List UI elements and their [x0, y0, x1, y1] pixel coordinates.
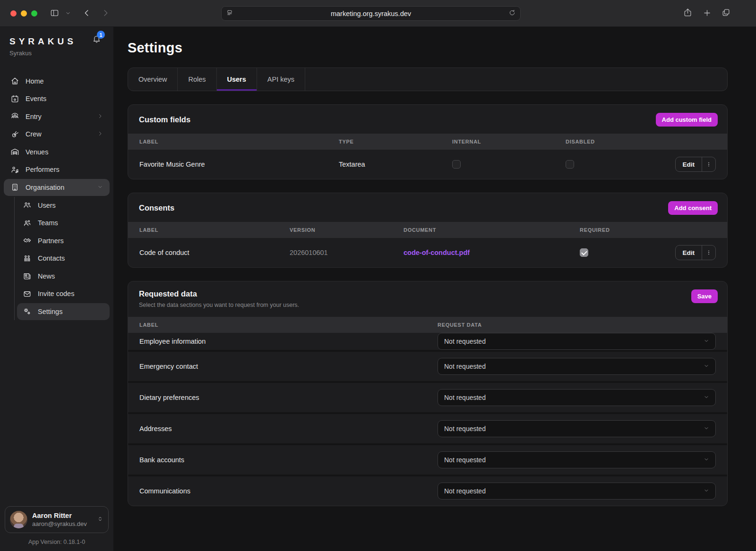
sidebar-item-crew[interactable]: Crew	[4, 126, 110, 143]
table-row: Communications Not requested	[128, 475, 727, 506]
consents-title: Consents	[139, 203, 174, 212]
consent-document-link[interactable]: code-of-conduct.pdf	[404, 249, 470, 256]
close-window-button[interactable]	[10, 10, 17, 17]
newspaper-icon	[23, 271, 32, 280]
table-row: Code of conduct 2026010601 code-of-condu…	[128, 238, 727, 267]
disabled-checkbox[interactable]	[566, 160, 574, 169]
new-tab-icon[interactable]	[703, 8, 712, 17]
page-settings-icon[interactable]	[226, 9, 233, 18]
request-data-select-dietary-preferences[interactable]: Not requested	[438, 389, 716, 406]
minimize-window-button[interactable]	[21, 10, 27, 17]
request-data-select-emergency-contact[interactable]: Not requested	[438, 358, 716, 375]
sidebar-item-organisation[interactable]: Organisation	[4, 179, 110, 196]
building-icon	[10, 183, 19, 192]
custom-field-type: Textarea	[339, 161, 452, 168]
organisation-name: Syrakus	[9, 50, 104, 57]
tab-overview[interactable]: Overview	[128, 68, 178, 91]
notification-count-badge: 1	[97, 31, 105, 39]
app-version: App Version: 0.18.1-0	[0, 536, 113, 551]
edit-button[interactable]: Edit	[676, 246, 702, 260]
table-row: Dietary preferences Not requested	[128, 381, 727, 412]
envelope-icon	[23, 289, 32, 298]
sidebar-item-settings[interactable]: Settings	[17, 303, 110, 320]
sidebar-item-venues[interactable]: Venues	[4, 144, 110, 161]
required-checkbox[interactable]	[580, 248, 588, 257]
add-consent-button[interactable]: Add consent	[668, 201, 718, 215]
sidebar-item-home[interactable]: Home	[4, 73, 110, 90]
consent-label: Code of conduct	[139, 249, 290, 256]
sidebar-item-teams[interactable]: Teams	[17, 214, 110, 231]
table-row: Addresses Not requested	[128, 412, 727, 443]
users-group-icon	[23, 201, 32, 210]
chevron-down-icon	[704, 338, 709, 345]
reload-icon[interactable]	[509, 9, 515, 18]
performer-icon	[10, 165, 19, 174]
section-label: Bank accounts	[139, 456, 438, 464]
address-bar[interactable]: marketing.org.syrakus.dev	[221, 6, 521, 21]
sidebar-item-events[interactable]: Events	[4, 90, 110, 107]
consents-card: Consents Add consent LABEL VERSION DOCUM…	[128, 193, 728, 268]
sidebar-item-contacts[interactable]: Contacts	[17, 250, 110, 267]
entry-people-icon	[10, 112, 19, 121]
chevron-up-down-icon	[97, 516, 103, 524]
request-data-select-communications[interactable]: Not requested	[438, 483, 716, 500]
consents-table-header: LABEL VERSION DOCUMENT REQUIRED	[128, 222, 727, 238]
url-text[interactable]: marketing.org.syrakus.dev	[233, 10, 509, 17]
request-data-select-addresses[interactable]: Not requested	[438, 420, 716, 437]
requested-data-card: Requested data Select the data sections …	[128, 281, 728, 506]
custom-fields-title: Custom fields	[139, 115, 190, 124]
chevron-down-icon[interactable]	[65, 10, 71, 16]
table-row: Favorite Music Genre Textarea Edit	[128, 150, 727, 179]
browser-chrome: marketing.org.syrakus.dev	[0, 0, 756, 27]
user-name: Aaron Ritter	[32, 512, 92, 519]
main-content: Settings Overview Roles Users API keys C…	[113, 27, 756, 551]
tab-users[interactable]: Users	[217, 68, 257, 91]
back-button[interactable]	[82, 8, 91, 17]
section-label: Dietary preferences	[139, 394, 438, 401]
row-actions-kebab-icon[interactable]	[702, 246, 715, 260]
user-menu[interactable]: Aaron Ritter aaron@syrakus.dev	[5, 506, 109, 533]
request-data-select-employee-information[interactable]: Not requested	[438, 333, 716, 350]
section-label: Communications	[139, 487, 438, 495]
request-data-select-bank-accounts[interactable]: Not requested	[438, 451, 716, 468]
forward-button[interactable]	[101, 8, 110, 17]
add-custom-field-button[interactable]: Add custom field	[656, 113, 718, 127]
requested-data-title: Requested data	[139, 289, 299, 298]
sidebar: SYRAKUS Syrakus 1 Home Events	[0, 27, 113, 551]
tab-roles[interactable]: Roles	[178, 68, 216, 91]
row-actions-kebab-icon[interactable]	[702, 157, 715, 171]
table-row: Employee information Not requested	[128, 333, 727, 350]
chevron-down-icon	[704, 456, 709, 464]
edit-button[interactable]: Edit	[676, 157, 702, 171]
notifications-button[interactable]: 1	[92, 34, 101, 45]
screen: marketing.org.syrakus.dev SYRAKUS Syraku…	[0, 0, 756, 551]
requested-data-table-header: LABEL REQUEST DATA	[128, 317, 727, 333]
handshake-icon	[23, 236, 32, 245]
save-button[interactable]: Save	[691, 289, 718, 303]
gears-icon	[23, 307, 32, 316]
sidebar-item-news[interactable]: News	[17, 268, 110, 285]
settings-tabs: Overview Roles Users API keys	[128, 68, 728, 91]
sidebar-item-invite-codes[interactable]: Invite codes	[17, 285, 110, 302]
section-label: Emergency contact	[139, 363, 438, 370]
sidebar-item-entry[interactable]: Entry	[4, 108, 110, 125]
zoom-window-button[interactable]	[31, 10, 37, 17]
custom-field-label: Favorite Music Genre	[139, 161, 339, 168]
tab-api-keys[interactable]: API keys	[257, 68, 305, 91]
calendar-icon	[10, 94, 19, 103]
internal-checkbox[interactable]	[452, 160, 461, 169]
table-row: Bank accounts Not requested	[128, 443, 727, 475]
requested-data-subtitle: Select the data sections you want to req…	[139, 302, 299, 308]
contacts-icon	[23, 254, 32, 263]
chevron-down-icon	[704, 425, 709, 432]
section-label: Addresses	[139, 425, 438, 432]
share-icon[interactable]	[683, 8, 692, 17]
teams-icon	[23, 219, 32, 228]
sidebar-item-performers[interactable]: Performers	[4, 161, 110, 178]
sidebar-toggle-icon[interactable]	[50, 8, 59, 17]
tab-overview-icon[interactable]	[722, 8, 730, 17]
chevron-down-icon	[704, 363, 709, 370]
section-label: Employee information	[139, 338, 438, 345]
sidebar-item-partners[interactable]: Partners	[17, 232, 110, 249]
sidebar-item-users[interactable]: Users	[17, 197, 110, 214]
